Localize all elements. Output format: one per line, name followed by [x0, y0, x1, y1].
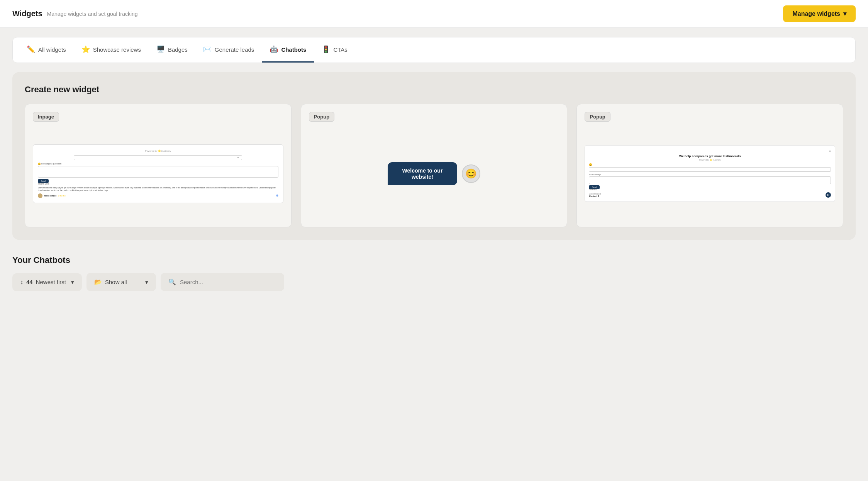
search-input[interactable] [180, 279, 276, 285]
widget-card-inpage[interactable]: Inpage Powered by 🌟 trustmary ▾ 😊 Messag… [25, 104, 292, 227]
folder-icon: 📂 [94, 278, 102, 286]
popup-reviewer-row: Good Product Herbert J H [589, 192, 831, 198]
popup-reviewer-name: Herbert J [589, 195, 824, 197]
tab-badges[interactable]: 🖥️ Badges [149, 37, 195, 63]
chatbots-section: Your Chatbots ↕️ 44 Newest first ▾ 📂 Sho… [12, 255, 856, 307]
chatbots-controls: ↕️ 44 Newest first ▾ 📂 Show all ▾ 🔍 [12, 273, 856, 291]
tab-all-widgets-label: All widgets [38, 46, 66, 53]
chevron-down-icon: ▾ [843, 10, 846, 17]
pencil-icon: ✏️ [27, 45, 35, 54]
tab-all-widgets[interactable]: ✏️ All widgets [19, 37, 74, 63]
widget-cards: Inpage Powered by 🌟 trustmary ▾ 😊 Messag… [25, 104, 843, 227]
search-icon: 🔍 [168, 278, 176, 286]
inpage-message-label: 😊 Message / question [38, 163, 278, 165]
page-title: Widgets [12, 9, 42, 18]
chatbots-section-title: Your Chatbots [12, 255, 856, 265]
chatbot-icon: 🤖 [270, 45, 278, 54]
inpage-reviewer: Mikko Rindell ★★★★★ G [38, 193, 278, 198]
sort-label: Newest first [36, 279, 66, 285]
cta-icon: 🚦 [322, 45, 330, 54]
widget-badge-inpage: Inpage [33, 112, 59, 122]
main-content: ✏️ All widgets ⭐ Showcase reviews 🖥️ Bad… [0, 28, 868, 316]
tab-generate-leads-label: Generate leads [215, 46, 254, 53]
manage-widgets-button[interactable]: Manage widgets ▾ [783, 5, 856, 22]
header-left: Widgets Manage widgets and set goal trac… [12, 9, 138, 18]
popup-chat-preview: Welcome to our website! 😊 [309, 128, 559, 219]
popup-thanks: Thanks! [589, 188, 831, 191]
widget-card-popup-form[interactable]: Popup × We help companies get more testi… [576, 104, 843, 227]
tabs-container: ✏️ All widgets ⭐ Showcase reviews 🖥️ Bad… [12, 37, 856, 63]
popup-form-title: We help companies get more testimonials [589, 154, 831, 158]
chat-bubble: Welcome to our website! [388, 162, 457, 185]
sort-chevron-icon: ▾ [71, 279, 74, 286]
widget-badge-popup-form: Popup [585, 112, 610, 122]
popup-reviewer-info: Good Product Herbert J [589, 193, 824, 197]
sort-count: 44 [26, 279, 33, 285]
popup-face-icon: 😊 [589, 163, 831, 166]
manage-widgets-label: Manage widgets [792, 10, 840, 17]
create-widget-section: Create new widget Inpage Powered by 🌟 tr… [12, 72, 856, 240]
reviewer-avatar [38, 193, 42, 198]
page-subtitle: Manage widgets and set goal tracking [47, 11, 138, 17]
popup-close-icon: × [589, 149, 831, 153]
filter-btn-inner: 📂 Show all [94, 278, 127, 286]
tab-showcase-reviews-label: Showcase reviews [93, 46, 141, 53]
widget-badge-popup-chat: Popup [309, 112, 334, 122]
popup-powered-by: Powered by 🌟 trustmary [589, 159, 831, 161]
smiley-icon: 😊 [465, 168, 477, 179]
popup-message-label: Your message [589, 173, 831, 176]
popup-textarea [589, 176, 831, 184]
email-icon: ✉️ [203, 45, 212, 54]
tab-ctas[interactable]: 🚦 CTAs [314, 37, 355, 63]
tab-badges-label: Badges [168, 46, 188, 53]
tab-showcase-reviews[interactable]: ⭐ Showcase reviews [74, 37, 149, 63]
sort-button[interactable]: ↕️ 44 Newest first ▾ [12, 273, 82, 291]
sort-icon: ↕️ [20, 279, 23, 286]
create-widget-title: Create new widget [25, 85, 843, 95]
popup-select [589, 167, 831, 172]
filter-button[interactable]: 📂 Show all ▾ [86, 273, 156, 291]
reviewer-name: Mikko Rindell [44, 195, 56, 197]
inpage-thanks: Thank you! [38, 183, 278, 185]
google-icon: G [276, 194, 278, 197]
tab-ctas-label: CTAs [333, 46, 347, 53]
widget-card-popup-chat[interactable]: Popup Welcome to our website! 😊 [301, 104, 568, 227]
star-icon: ⭐ [81, 45, 90, 54]
sort-btn-inner: ↕️ 44 Newest first [20, 279, 66, 286]
reviewer-stars: ★★★★★ [58, 195, 66, 197]
search-wrap: 🔍 [161, 273, 284, 291]
filter-chevron-icon: ▾ [145, 279, 148, 286]
filter-label: Show all [105, 279, 127, 285]
header: Widgets Manage widgets and set goal trac… [0, 0, 868, 28]
badge-icon: 🖥️ [156, 45, 165, 54]
tab-generate-leads[interactable]: ✉️ Generate leads [195, 37, 262, 63]
inpage-preview: Powered by 🌟 trustmary ▾ 😊 Message / que… [33, 128, 283, 219]
tab-chatbots-label: Chatbots [281, 46, 306, 53]
tab-chatbots[interactable]: 🤖 Chatbots [262, 37, 314, 63]
inpage-powered-by: Powered by 🌟 trustmary [38, 149, 278, 152]
popup-avatar: H [826, 192, 831, 198]
inpage-textarea [38, 166, 278, 178]
chat-avatar: 😊 [462, 164, 480, 183]
inpage-review-text: Very smooth and easy way to get our Goog… [38, 186, 278, 192]
popup-form-preview: × We help companies get more testimonial… [585, 128, 835, 219]
